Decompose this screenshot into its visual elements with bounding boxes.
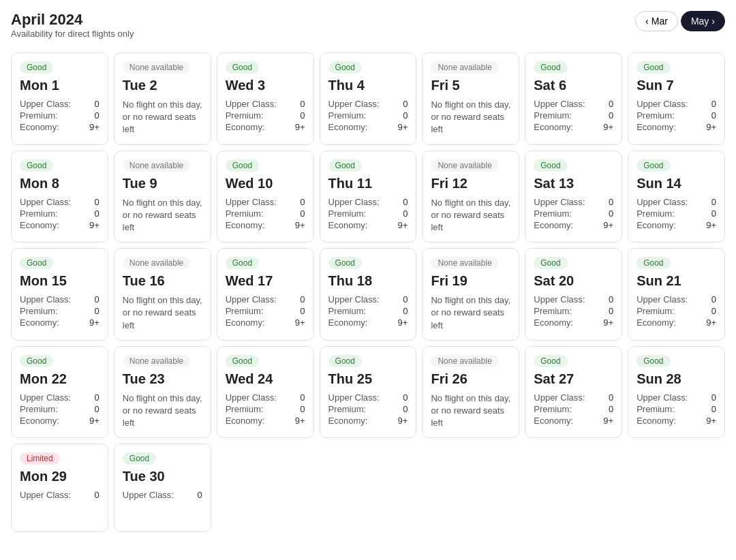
premium-label: Premium: bbox=[534, 306, 572, 316]
economy-label: Economy: bbox=[226, 122, 265, 132]
upper-class-value: 0 bbox=[609, 392, 613, 403]
day-label: Thu 25 bbox=[328, 371, 408, 387]
day-label: Sun 14 bbox=[637, 176, 716, 191]
premium-value: 0 bbox=[403, 404, 408, 414]
day-card-thu11[interactable]: Good Thu 11 Upper Class:0Premium:0Econom… bbox=[320, 151, 417, 243]
day-card-wed17[interactable]: Good Wed 17 Upper Class:0Premium:0Econom… bbox=[217, 248, 314, 341]
availability-badge: Good bbox=[123, 452, 156, 465]
availability-badge: Good bbox=[534, 355, 567, 367]
no-flight-message: No flight on this day, or no reward seat… bbox=[431, 99, 510, 136]
month-title: April 2024 bbox=[11, 11, 134, 29]
day-card-mon29[interactable]: Limited Mon 29 Upper Class:0 bbox=[11, 444, 108, 532]
economy-label: Economy: bbox=[226, 220, 265, 230]
upper-class-label: Upper Class: bbox=[534, 392, 585, 403]
day-card-tue23[interactable]: None available Tue 23 No flight on this … bbox=[114, 346, 211, 439]
day-card-sat20[interactable]: Good Sat 20 Upper Class:0Premium:0Econom… bbox=[525, 248, 622, 341]
premium-label: Premium: bbox=[226, 404, 264, 414]
upper-class-value: 0 bbox=[95, 294, 99, 305]
upper-class-value: 0 bbox=[711, 392, 716, 403]
availability-badge: Good bbox=[534, 159, 567, 172]
economy-label: Economy: bbox=[637, 122, 676, 132]
availability-badge: Good bbox=[20, 257, 53, 269]
premium-label: Premium: bbox=[637, 208, 675, 219]
day-card-tue9[interactable]: None available Tue 9 No flight on this d… bbox=[114, 151, 211, 243]
premium-value: 0 bbox=[609, 208, 613, 219]
upper-class-label: Upper Class: bbox=[20, 392, 71, 403]
upper-class-label: Upper Class: bbox=[637, 294, 688, 305]
day-card-fri26[interactable]: None available Fri 26 No flight on this … bbox=[422, 346, 519, 439]
availability-badge: None available bbox=[431, 355, 498, 367]
no-flight-message: No flight on this day, or no reward seat… bbox=[431, 392, 510, 430]
day-card-sun28[interactable]: Good Sun 28 Upper Class:0Premium:0Econom… bbox=[628, 346, 725, 439]
day-card-thu18[interactable]: Good Thu 18 Upper Class:0Premium:0Econom… bbox=[320, 248, 417, 341]
day-label: Tue 16 bbox=[123, 273, 202, 289]
economy-value: 9+ bbox=[603, 317, 613, 328]
upper-class-value: 0 bbox=[300, 392, 305, 403]
chevron-right-icon: › bbox=[711, 16, 715, 27]
day-card-mon1[interactable]: Good Mon 1 Upper Class:0Premium:0Economy… bbox=[11, 52, 108, 145]
upper-class-label: Upper Class: bbox=[226, 294, 277, 305]
economy-row: Economy:9+ bbox=[328, 220, 408, 230]
day-card-sat27[interactable]: Good Sat 27 Upper Class:0Premium:0Econom… bbox=[525, 346, 622, 439]
economy-label: Economy: bbox=[328, 416, 368, 426]
month-navigation: ‹ Mar May › bbox=[635, 11, 725, 31]
premium-row: Premium:0 bbox=[20, 208, 99, 219]
no-flight-message: No flight on this day, or no reward seat… bbox=[123, 294, 202, 332]
premium-label: Premium: bbox=[226, 306, 264, 316]
day-label: Mon 1 bbox=[20, 78, 99, 93]
premium-value: 0 bbox=[300, 404, 305, 414]
day-card-tue30[interactable]: Good Tue 30 Upper Class:0 bbox=[114, 444, 211, 532]
day-card-sat6[interactable]: Good Sat 6 Upper Class:0Premium:0Economy… bbox=[525, 52, 622, 145]
day-card-sun7[interactable]: Good Sun 7 Upper Class:0Premium:0Economy… bbox=[628, 52, 725, 145]
upper-class-row: Upper Class:0 bbox=[637, 294, 716, 305]
economy-label: Economy: bbox=[637, 220, 676, 230]
upper-class-row: Upper Class:0 bbox=[20, 294, 99, 305]
day-card-mon22[interactable]: Good Mon 22 Upper Class:0Premium:0Econom… bbox=[11, 346, 108, 439]
premium-label: Premium: bbox=[534, 208, 572, 219]
day-card-wed10[interactable]: Good Wed 10 Upper Class:0Premium:0Econom… bbox=[217, 151, 314, 243]
day-card-sun21[interactable]: Good Sun 21 Upper Class:0Premium:0Econom… bbox=[628, 248, 725, 341]
premium-label: Premium: bbox=[328, 110, 367, 121]
no-flight-message: No flight on this day, or no reward seat… bbox=[431, 197, 510, 234]
upper-class-row: Upper Class:0 bbox=[637, 197, 716, 207]
availability-badge: Good bbox=[20, 61, 53, 74]
day-label: Fri 12 bbox=[431, 176, 510, 191]
chevron-left-icon: ‹ bbox=[645, 16, 649, 27]
day-label: Wed 24 bbox=[226, 371, 305, 387]
economy-label: Economy: bbox=[328, 122, 368, 132]
economy-value: 9+ bbox=[603, 416, 613, 426]
day-card-tue16[interactable]: None available Tue 16 No flight on this … bbox=[114, 248, 211, 341]
prev-month-button[interactable]: ‹ Mar bbox=[635, 11, 678, 31]
day-card-thu25[interactable]: Good Thu 25 Upper Class:0Premium:0Econom… bbox=[320, 346, 417, 439]
economy-value: 9+ bbox=[398, 317, 408, 328]
economy-value: 9+ bbox=[398, 416, 408, 426]
next-month-button[interactable]: May › bbox=[681, 11, 725, 31]
upper-class-value: 0 bbox=[711, 294, 716, 305]
premium-value: 0 bbox=[711, 306, 716, 316]
day-card-fri19[interactable]: None available Fri 19 No flight on this … bbox=[422, 248, 519, 341]
premium-row: Premium:0 bbox=[534, 110, 613, 121]
upper-class-value: 0 bbox=[403, 294, 408, 305]
economy-row: Economy:9+ bbox=[534, 317, 613, 328]
availability-badge: Good bbox=[20, 355, 53, 367]
day-card-mon15[interactable]: Good Mon 15 Upper Class:0Premium:0Econom… bbox=[11, 248, 108, 341]
day-card-wed24[interactable]: Good Wed 24 Upper Class:0Premium:0Econom… bbox=[217, 346, 314, 439]
day-card-fri5[interactable]: None available Fri 5 No flight on this d… bbox=[422, 52, 519, 145]
economy-label: Economy: bbox=[534, 416, 573, 426]
economy-label: Economy: bbox=[534, 220, 573, 230]
day-card-sun14[interactable]: Good Sun 14 Upper Class:0Premium:0Econom… bbox=[628, 151, 725, 243]
day-card-mon8[interactable]: Good Mon 8 Upper Class:0Premium:0Economy… bbox=[11, 151, 108, 243]
economy-value: 9+ bbox=[89, 416, 99, 426]
premium-value: 0 bbox=[300, 110, 305, 121]
day-card-fri12[interactable]: None available Fri 12 No flight on this … bbox=[422, 151, 519, 243]
economy-row: Economy:9+ bbox=[328, 416, 408, 426]
day-card-wed3[interactable]: Good Wed 3 Upper Class:0Premium:0Economy… bbox=[217, 52, 314, 145]
day-card-thu4[interactable]: Good Thu 4 Upper Class:0Premium:0Economy… bbox=[320, 52, 417, 145]
premium-label: Premium: bbox=[20, 404, 58, 414]
upper-class-label: Upper Class: bbox=[123, 490, 174, 500]
upper-class-label: Upper Class: bbox=[328, 392, 380, 403]
day-card-tue2[interactable]: None available Tue 2 No flight on this d… bbox=[114, 52, 211, 145]
day-card-sat13[interactable]: Good Sat 13 Upper Class:0Premium:0Econom… bbox=[525, 151, 622, 243]
premium-row: Premium:0 bbox=[226, 110, 305, 121]
premium-row: Premium:0 bbox=[534, 306, 613, 316]
